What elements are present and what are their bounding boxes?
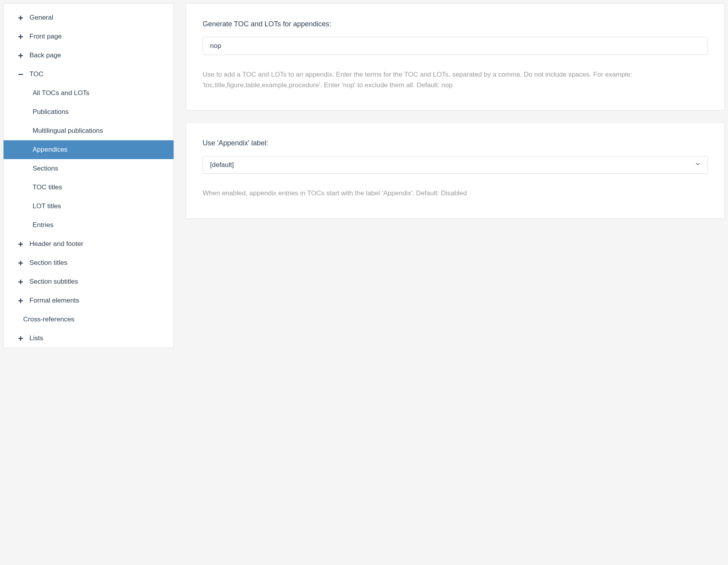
nav-item-front-page[interactable]: Front page [4,27,174,46]
nav-item-toc-titles[interactable]: TOC titles [4,178,174,197]
nav-item-label: Lists [29,334,43,342]
nav-item-sections[interactable]: Sections [4,159,174,178]
nav-item-label: Header and footer [29,240,83,248]
minus-icon [18,72,28,77]
nav-item-label: Cross-references [23,316,74,323]
svg-rect-1 [18,17,23,18]
input-toc-appendices[interactable] [203,37,708,55]
card-toc-appendices: Generate TOC and LOTs for appendices: Us… [186,3,725,110]
nav-item-label: Sections [33,165,58,172]
svg-rect-14 [18,300,23,301]
nav-item-label: Appendices [33,146,68,154]
nav-item-lists[interactable]: Lists [4,329,174,348]
nav-item-label: Front page [29,33,62,40]
plus-icon [18,336,28,341]
nav-item-section-subtitles[interactable]: Section subtitles [4,272,174,291]
nav-item-header-and-footer[interactable]: Header and footer [4,235,174,253]
nav-item-publications[interactable]: Publications [4,103,174,121]
nav-item-label: Formal elements [29,297,79,305]
plus-icon [18,15,28,21]
nav-item-label: Entries [33,221,53,229]
main-content: Generate TOC and LOTs for appendices: Us… [186,3,725,348]
nav-item-all-tocs-and-lots[interactable]: All TOCs and LOTs [4,84,174,103]
card-appendix-label: Use 'Appendix' label: [default] When ena… [186,122,725,218]
layout: GeneralFront pageBack pageTOCAll TOCs an… [0,0,728,351]
plus-icon [18,34,28,40]
nav-item-label: TOC titles [33,183,62,191]
help-appendix-label: When enabled, appendix entries in TOCs s… [203,188,708,198]
help-toc-appendices: Use to add a TOC and LOTs to an appendix… [203,69,708,90]
svg-rect-5 [18,55,23,56]
select-wrap-appendix-label: [default] [203,156,708,174]
plus-icon [18,241,28,247]
svg-rect-6 [18,74,23,75]
nav-item-label: General [29,14,53,22]
nav-item-back-page[interactable]: Back page [4,46,174,65]
nav-item-label: TOC [29,70,44,78]
nav-item-label: Publications [33,108,69,116]
plus-icon [18,260,28,266]
svg-rect-3 [18,36,23,37]
nav-item-label: All TOCs and LOTs [33,89,90,97]
nav-item-formal-elements[interactable]: Formal elements [4,291,174,310]
plus-icon [18,298,28,304]
nav-item-section-titles[interactable]: Section titles [4,253,174,272]
nav-item-multilingual-publications[interactable]: Multilingual publications [4,121,174,140]
plus-icon [18,279,28,285]
sidebar: GeneralFront pageBack pageTOCAll TOCs an… [3,3,174,348]
nav-item-appendices[interactable]: Appendices [4,140,174,159]
svg-rect-16 [18,338,23,339]
plus-icon [18,53,28,59]
svg-rect-8 [18,244,23,245]
nav-item-toc[interactable]: TOC [4,65,174,84]
nav-item-label: Section titles [29,259,67,267]
nav-item-label: Back page [29,51,61,59]
nav-item-entries[interactable]: Entries [4,216,174,235]
field-label-toc-appendices: Generate TOC and LOTs for appendices: [203,20,708,28]
nav-item-general[interactable]: General [4,8,174,27]
field-label-appendix-label: Use 'Appendix' label: [203,139,708,147]
nav-item-label: LOT titles [33,202,61,210]
nav-item-label: Multilingual publications [33,127,103,135]
svg-rect-10 [18,262,23,264]
nav-item-lot-titles[interactable]: LOT titles [4,197,174,216]
svg-rect-12 [18,281,23,282]
nav-item-label: Section subtitles [29,278,78,286]
select-appendix-label[interactable]: [default] [203,156,708,174]
nav-item-cross-references[interactable]: Cross-references [4,310,174,329]
